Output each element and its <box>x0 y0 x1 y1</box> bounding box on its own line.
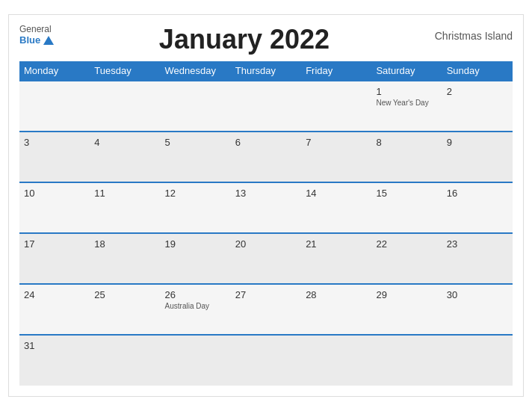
day-cell: 14 <box>301 182 371 233</box>
header-wednesday: Wednesday <box>161 61 231 81</box>
day-cell <box>231 335 301 386</box>
day-number: 14 <box>306 188 367 199</box>
calendar-title: January 2022 <box>54 24 435 55</box>
logo-general-text: General <box>19 24 52 34</box>
day-number: 31 <box>24 340 85 351</box>
header-monday: Monday <box>19 61 90 81</box>
day-cell: 7 <box>301 132 371 182</box>
day-cell: 9 <box>442 132 513 182</box>
day-cell: 29 <box>371 284 442 335</box>
day-cell: 21 <box>301 233 371 284</box>
day-number: 1 <box>376 86 437 97</box>
day-number: 2 <box>447 86 508 97</box>
day-number: 21 <box>306 238 367 250</box>
day-number: 3 <box>24 137 85 148</box>
day-cell: 22 <box>371 233 442 284</box>
day-cell: 24 <box>19 284 90 335</box>
holiday-name: New Year's Day <box>376 99 437 107</box>
holiday-name: Australia Day <box>165 302 226 310</box>
day-cell: 5 <box>161 132 231 182</box>
day-number: 25 <box>94 289 155 300</box>
day-number: 7 <box>306 137 367 148</box>
day-number: 22 <box>376 238 437 250</box>
day-number: 30 <box>447 289 508 300</box>
header-tuesday: Tuesday <box>90 61 160 81</box>
week-row-1: 3456789 <box>19 132 513 182</box>
header-thursday: Thursday <box>231 61 301 81</box>
week-row-4: 242526Australia Day27282930 <box>19 284 513 335</box>
day-cell <box>161 81 231 132</box>
day-cell: 15 <box>371 182 442 233</box>
day-number: 23 <box>447 238 508 250</box>
day-cell: 1New Year's Day <box>371 81 442 132</box>
day-cell: 16 <box>442 182 513 233</box>
day-number: 18 <box>94 238 155 250</box>
logo-area: General Blue <box>19 24 54 46</box>
header-saturday: Saturday <box>371 61 442 81</box>
day-number: 27 <box>235 289 297 300</box>
day-cell <box>371 335 442 386</box>
day-number: 24 <box>24 289 85 300</box>
week-row-3: 17181920212223 <box>19 233 513 284</box>
day-cell: 13 <box>231 182 301 233</box>
day-cell: 2 <box>442 81 513 132</box>
day-number: 5 <box>165 137 226 148</box>
day-number: 16 <box>447 188 508 199</box>
day-cell <box>90 335 160 386</box>
week-row-2: 10111213141516 <box>19 182 513 233</box>
day-cell <box>19 81 90 132</box>
day-cell: 17 <box>19 233 90 284</box>
logo-blue-text: Blue <box>19 34 54 46</box>
day-number: 13 <box>235 188 297 199</box>
day-number: 6 <box>235 137 297 148</box>
day-number: 15 <box>376 188 437 199</box>
week-row-0: 1New Year's Day2 <box>19 81 513 132</box>
day-number: 4 <box>94 137 155 148</box>
day-number: 29 <box>376 289 437 300</box>
calendar-container: General Blue January 2022 Christmas Isla… <box>8 14 524 397</box>
day-cell: 31 <box>19 335 90 386</box>
day-number: 8 <box>376 137 437 148</box>
day-cell: 30 <box>442 284 513 335</box>
day-cell: 19 <box>161 233 231 284</box>
day-number: 11 <box>94 188 155 199</box>
day-cell: 18 <box>90 233 160 284</box>
day-cell: 25 <box>90 284 160 335</box>
weekday-header-row: Monday Tuesday Wednesday Thursday Friday… <box>19 61 513 81</box>
calendar-header: General Blue January 2022 Christmas Isla… <box>19 24 513 55</box>
day-cell <box>301 335 371 386</box>
day-number: 12 <box>165 188 226 199</box>
logo-triangle-icon <box>43 36 54 45</box>
day-cell: 12 <box>161 182 231 233</box>
day-cell: 11 <box>90 182 160 233</box>
day-cell <box>161 335 231 386</box>
header-sunday: Sunday <box>442 61 513 81</box>
calendar-grid: Monday Tuesday Wednesday Thursday Friday… <box>19 61 513 386</box>
day-number: 26 <box>165 289 226 300</box>
day-cell: 23 <box>442 233 513 284</box>
day-cell: 3 <box>19 132 90 182</box>
region-label: Christmas Island <box>435 24 513 42</box>
day-cell <box>90 81 160 132</box>
day-number: 20 <box>235 238 297 250</box>
day-cell <box>442 335 513 386</box>
week-row-5: 31 <box>19 335 513 386</box>
day-cell: 20 <box>231 233 301 284</box>
day-number: 17 <box>24 238 85 250</box>
day-cell: 27 <box>231 284 301 335</box>
day-number: 19 <box>165 238 226 250</box>
day-cell: 6 <box>231 132 301 182</box>
day-cell: 26Australia Day <box>161 284 231 335</box>
day-number: 28 <box>306 289 367 300</box>
day-cell <box>301 81 371 132</box>
day-cell: 8 <box>371 132 442 182</box>
day-number: 10 <box>24 188 85 199</box>
day-number: 9 <box>447 137 508 148</box>
day-cell: 4 <box>90 132 160 182</box>
day-cell: 28 <box>301 284 371 335</box>
day-cell: 10 <box>19 182 90 233</box>
day-cell <box>231 81 301 132</box>
header-friday: Friday <box>301 61 371 81</box>
